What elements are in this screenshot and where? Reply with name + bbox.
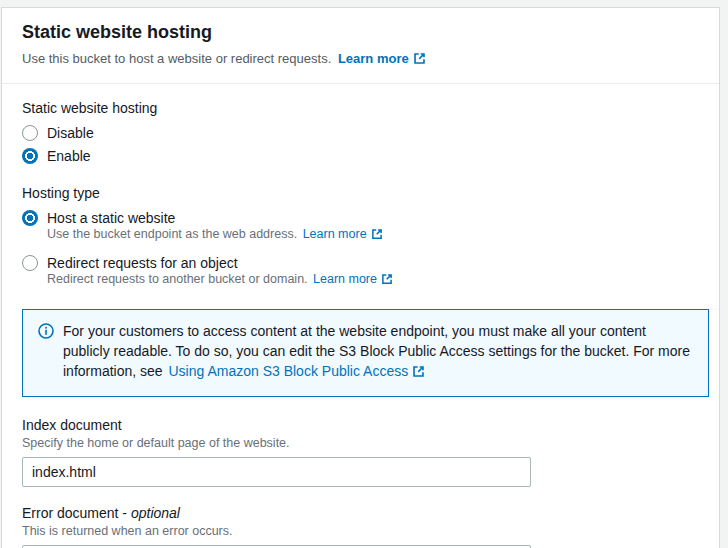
radio-option-disable[interactable]: Disable	[22, 125, 699, 141]
static-website-hosting-panel: Static website hosting Use this bucket t…	[1, 7, 720, 548]
s3-block-public-access-link[interactable]: Using Amazon S3 Block Public Access	[169, 363, 409, 379]
optional-indicator: optional	[131, 505, 180, 521]
error-document-description: This is returned when an error occurs.	[22, 524, 699, 538]
index-document-field: Index document Specify the home or defau…	[22, 417, 699, 487]
external-link-icon	[371, 229, 383, 243]
radio-option-host-static-website[interactable]: Host a static website	[22, 210, 699, 226]
external-link-icon	[381, 274, 393, 288]
panel-header: Static website hosting Use this bucket t…	[2, 8, 719, 84]
index-document-description: Specify the home or default page of the …	[22, 436, 699, 450]
page-subtitle: Use this bucket to host a website or red…	[22, 51, 699, 68]
radio-option-enable[interactable]: Enable	[22, 148, 699, 164]
radio-option-label: Disable	[47, 125, 94, 141]
hosting-type-label: Hosting type	[22, 185, 699, 201]
radio-option-label: Enable	[47, 148, 91, 164]
radio-option-description: Redirect requests to another bucket or d…	[47, 272, 699, 288]
index-document-input[interactable]	[22, 457, 531, 487]
radio-selected-icon[interactable]	[22, 148, 38, 164]
index-document-label: Index document	[22, 417, 699, 433]
error-document-label-text: Error document -	[22, 505, 127, 521]
info-alert-text: For your customers to access content at …	[63, 321, 692, 383]
radio-unselected-icon[interactable]	[22, 125, 38, 141]
info-icon	[38, 323, 54, 342]
host-static-learn-more-link[interactable]: Learn more	[303, 227, 367, 241]
external-link-icon	[413, 53, 426, 68]
hosting-toggle-label: Static website hosting	[22, 100, 699, 116]
header-learn-more-link[interactable]: Learn more	[338, 51, 409, 66]
description-text: Redirect requests to another bucket or d…	[47, 272, 308, 286]
radio-option-label: Redirect requests for an object	[47, 255, 238, 271]
radio-selected-icon[interactable]	[22, 210, 38, 226]
radio-option-label: Host a static website	[47, 210, 175, 226]
error-document-label: Error document - optional	[22, 505, 699, 521]
radio-option-description: Use the bucket endpoint as the web addre…	[47, 227, 699, 243]
external-link-icon	[412, 365, 425, 381]
redirect-learn-more-link[interactable]: Learn more	[313, 272, 377, 286]
page-title: Static website hosting	[22, 22, 699, 43]
panel-content: Static website hosting Disable Enable Ho…	[2, 100, 719, 548]
radio-unselected-icon[interactable]	[22, 255, 38, 271]
radio-option-redirect-requests[interactable]: Redirect requests for an object	[22, 255, 699, 271]
subtitle-text: Use this bucket to host a website or red…	[22, 51, 331, 66]
error-document-field: Error document - optional This is return…	[22, 505, 699, 548]
public-access-info-alert: For your customers to access content at …	[22, 309, 709, 397]
description-text: Use the bucket endpoint as the web addre…	[47, 227, 297, 241]
